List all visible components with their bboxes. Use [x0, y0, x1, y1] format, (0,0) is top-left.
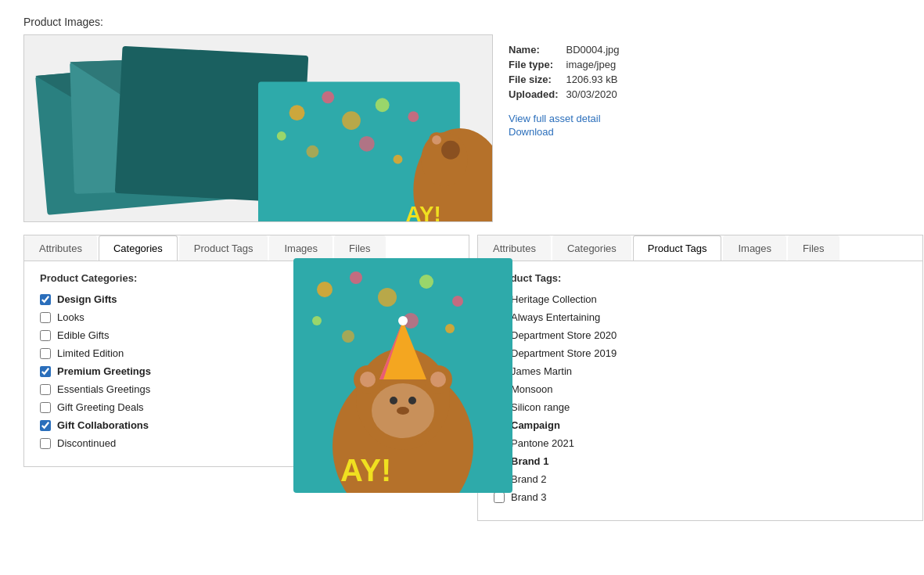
top-tab-bar: AttributesCategoriesProduct TagsImagesFi…	[478, 235, 922, 261]
category-checkbox-6[interactable]	[40, 402, 51, 413]
tag-label-7: Campaign	[511, 419, 560, 431]
uploaded-value: 30/03/2020	[566, 87, 627, 102]
list-item: Pantone 2021	[494, 437, 907, 449]
category-label-5: Essentials Greetings	[57, 383, 150, 395]
list-item: Limited Edition	[40, 347, 453, 359]
list-item: Department Store 2019	[494, 347, 907, 359]
filesize-label: File size:	[509, 72, 566, 87]
tab-files[interactable]: Files	[334, 235, 385, 261]
category-checkbox-5[interactable]	[40, 384, 51, 395]
tab-images[interactable]: Images	[723, 235, 786, 261]
svg-point-9	[376, 98, 390, 112]
category-label-1: Looks	[57, 311, 84, 323]
tag-checkbox-5[interactable]	[494, 384, 505, 395]
category-label-8: Discontinued	[57, 437, 116, 449]
tag-label-0: Heritage Collection	[511, 293, 597, 305]
list-item: Heritage Collection	[494, 293, 907, 305]
list-item: Brand 3	[494, 491, 907, 503]
bottom-tab-bar: AttributesCategoriesProduct TagsImagesFi…	[24, 235, 469, 261]
category-label-3: Limited Edition	[57, 347, 124, 359]
category-checkbox-3[interactable]	[40, 348, 51, 359]
file-info-panel: Name: BD0004.jpg File type: image/jpeg F…	[509, 34, 712, 222]
tab-categories[interactable]: Categories	[552, 235, 631, 261]
list-item: Design Gifts	[40, 293, 453, 305]
categories-panel: AttributesCategoriesProduct TagsImagesFi…	[23, 235, 469, 467]
tag-checkbox-7[interactable]	[494, 420, 505, 431]
tag-checkbox-0[interactable]	[494, 294, 505, 305]
tag-label-9: Brand 1	[511, 455, 548, 467]
product-tags-list: Heritage CollectionAlways EntertainingDe…	[494, 293, 907, 503]
tab-product-tags[interactable]: Product Tags	[633, 235, 722, 261]
filetype-label: File type:	[509, 57, 566, 72]
tag-label-4: James Martin	[511, 365, 572, 377]
tag-label-8: Pantone 2021	[511, 437, 574, 449]
tag-label-10: Brand 2	[511, 473, 547, 485]
tag-label-1: Always Entertaining	[511, 311, 600, 323]
product-images-label: Product Images:	[23, 16, 901, 28]
tab-product-tags[interactable]: Product Tags	[179, 235, 268, 261]
svg-point-17	[441, 141, 460, 160]
category-checkbox-7[interactable]	[40, 420, 51, 431]
tag-checkbox-10[interactable]	[494, 474, 505, 485]
tab-files[interactable]: Files	[788, 235, 839, 261]
category-checkbox-2[interactable]	[40, 330, 51, 341]
product-tags-title: Product Tags:	[494, 272, 907, 284]
tag-checkbox-4[interactable]	[494, 366, 505, 377]
name-label: Name:	[509, 42, 566, 57]
list-item: Looks	[40, 311, 453, 323]
list-item: Premium Greetings	[40, 365, 453, 377]
list-item: Gift Greeting Deals	[40, 401, 453, 413]
list-item: Edible Gifts	[40, 329, 453, 341]
tag-label-3: Department Store 2019	[511, 347, 617, 359]
svg-point-16	[421, 132, 468, 186]
tab-attributes[interactable]: Attributes	[24, 235, 97, 261]
svg-point-13	[359, 136, 375, 152]
tag-checkbox-8[interactable]	[494, 438, 505, 449]
name-value: BD0004.jpg	[566, 42, 627, 57]
download-link[interactable]: Download	[509, 126, 712, 138]
categories-title: Product Categories:	[40, 272, 453, 284]
category-label-2: Edible Gifts	[57, 329, 109, 341]
tab-categories[interactable]: Categories	[99, 235, 178, 261]
tag-label-6: Silicon range	[511, 401, 570, 413]
category-label-4: Premium Greetings	[57, 365, 151, 377]
list-item: James Martin	[494, 365, 907, 377]
tab-images[interactable]: Images	[269, 235, 333, 261]
category-checkbox-4[interactable]	[40, 366, 51, 377]
tag-checkbox-2[interactable]	[494, 330, 505, 341]
list-item: Silicon range	[494, 401, 907, 413]
svg-point-19	[432, 135, 441, 145]
tag-checkbox-6[interactable]	[494, 402, 505, 413]
list-item: Campaign	[494, 419, 907, 431]
tag-label-5: Monsoon	[511, 383, 552, 395]
uploaded-label: Uploaded:	[509, 87, 566, 102]
svg-point-10	[408, 111, 419, 122]
list-item: Department Store 2020	[494, 329, 907, 341]
view-full-asset-link[interactable]: View full asset detail	[509, 113, 712, 124]
filetype-value: image/jpeg	[566, 57, 627, 72]
svg-point-11	[277, 131, 286, 141]
tag-label-11: Brand 3	[511, 491, 547, 503]
list-item: Essentials Greetings	[40, 383, 453, 395]
category-checkbox-1[interactable]	[40, 312, 51, 323]
svg-text:AY!: AY!	[405, 202, 440, 221]
tag-checkbox-3[interactable]	[494, 348, 505, 359]
tag-checkbox-11[interactable]	[494, 492, 505, 503]
list-item: Brand 1	[494, 455, 907, 467]
category-checkbox-8[interactable]	[40, 438, 51, 449]
category-label-6: Gift Greeting Deals	[57, 401, 144, 413]
list-item: Always Entertaining	[494, 311, 907, 323]
tag-checkbox-1[interactable]	[494, 312, 505, 323]
svg-point-6	[289, 105, 305, 120]
filesize-value: 1206.93 kB	[566, 72, 627, 87]
categories-list: Design GiftsLooksEdible GiftsLimited Edi…	[40, 293, 453, 449]
category-label-0: Design Gifts	[57, 293, 117, 305]
category-label-7: Gift Collaborations	[57, 419, 149, 431]
svg-point-12	[306, 146, 318, 158]
tab-attributes[interactable]: Attributes	[478, 235, 551, 261]
main-image: AY!	[23, 34, 493, 222]
tag-checkbox-9[interactable]	[494, 456, 505, 467]
category-checkbox-0[interactable]	[40, 294, 51, 305]
svg-point-7	[322, 91, 334, 103]
list-item: Brand 2	[494, 473, 907, 485]
